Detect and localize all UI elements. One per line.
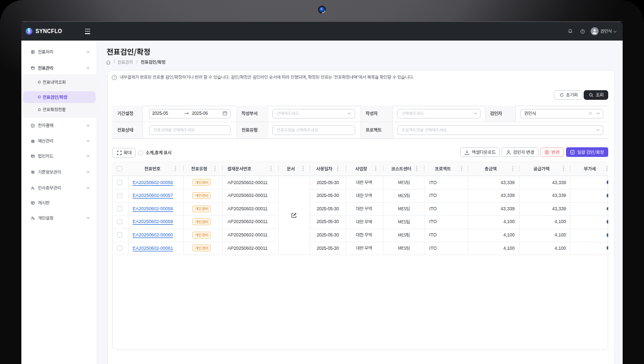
svg-text:?: ?: [582, 30, 584, 33]
svg-text:?: ?: [114, 75, 116, 79]
